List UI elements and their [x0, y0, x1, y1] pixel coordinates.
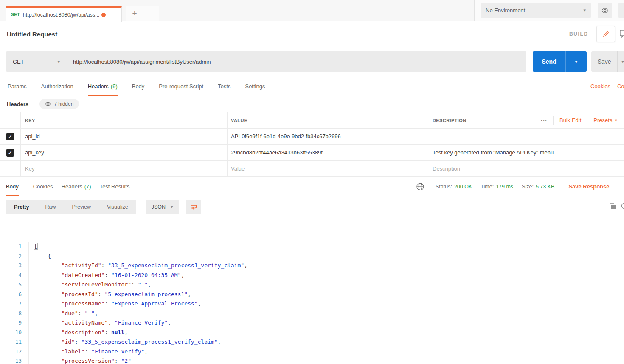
response-header: Body Cookies Headers(7) Test Results Sta… — [0, 177, 624, 196]
code-line: 9 "activityName": "Finance Verify", — [0, 318, 624, 328]
environment-settings-button[interactable] — [618, 3, 624, 18]
response-tab-cookies[interactable]: Cookies — [33, 177, 53, 196]
format-selected-label: JSON — [152, 204, 166, 210]
request-tab[interactable]: GET http://localhost:8080/jw/api/ass... — [6, 6, 122, 22]
chevron-down-icon: ▾ — [621, 59, 624, 64]
tab-body[interactable]: Body — [132, 76, 145, 96]
tab-strip: GET http://localhost:8080/jw/api/ass... … — [0, 0, 624, 21]
search-icon — [621, 202, 624, 211]
tab-headers[interactable]: Headers(9) — [88, 76, 118, 96]
code-text: "processVersion": "2" — [29, 356, 131, 364]
eye-icon — [45, 101, 51, 107]
view-pretty[interactable]: Pretty — [6, 200, 37, 214]
header-key-cell[interactable]: api_id — [20, 129, 227, 144]
edit-request-button[interactable] — [596, 26, 615, 42]
save-response-button[interactable]: Save Response — [568, 183, 609, 190]
header-description-cell[interactable]: Test key generated from "Manage API Key"… — [429, 145, 624, 160]
value-placeholder[interactable]: Value — [227, 161, 429, 176]
header-value-cell[interactable]: 29bcbd8b2bf44ae6a3413b63ff55389f — [227, 145, 429, 160]
search-button[interactable] — [621, 202, 624, 211]
copy-button[interactable] — [608, 202, 617, 211]
view-raw[interactable]: Raw — [37, 200, 64, 214]
url-input[interactable]: http://localhost:8080/jw/api/assignment/… — [66, 59, 211, 65]
description-placeholder[interactable]: Description — [429, 161, 624, 176]
code-text: "dateCreated": "16-01-2020 04:35 AM", — [29, 271, 184, 280]
view-preview[interactable]: Preview — [64, 200, 98, 214]
tab-authorization[interactable]: Authorization — [41, 76, 73, 96]
save-options-button[interactable]: ▾ — [617, 51, 624, 72]
response-tab-body[interactable]: Body — [6, 177, 19, 196]
code-text: { — [29, 252, 51, 261]
build-label: BUILD — [569, 31, 588, 37]
copy-icon — [608, 202, 617, 211]
request-title: Untitled Request — [7, 31, 57, 38]
line-number: 2 — [0, 252, 29, 261]
save-button[interactable]: Save — [591, 51, 617, 72]
table-row: ✓ api_id API-0f6e9f1f-6e1d-4e9e-9bd2-fb3… — [0, 129, 624, 145]
response-tab-test-results[interactable]: Test Results — [100, 177, 130, 196]
tab-tests[interactable]: Tests — [218, 76, 230, 96]
chevron-down-icon: ▾ — [583, 8, 586, 13]
tab-settings[interactable]: Settings — [245, 76, 265, 96]
send-options-button[interactable]: ▾ — [565, 51, 587, 72]
code-line: 7 "processName": "Expense Approval Proce… — [0, 299, 624, 309]
url-bar-row: GET ▾ http://localhost:8080/jw/api/assig… — [0, 47, 624, 76]
environment-selected-label: No Environment — [486, 7, 525, 14]
headers-table: KEY VALUE DESCRIPTION ••• Bulk Edit Pres… — [0, 112, 624, 177]
status-value: 200 OK — [454, 184, 472, 190]
key-placeholder[interactable]: Key — [20, 161, 227, 176]
code-line: 2 { — [0, 252, 624, 261]
wrap-lines-button[interactable] — [186, 200, 201, 214]
response-body-viewer[interactable]: 1[2 {3 "activityId": "33_5_expenseclaim_… — [0, 218, 624, 364]
view-mode-switch: Pretty Raw Preview Visualize — [6, 200, 136, 214]
headers-editor-title: Headers — [7, 101, 28, 107]
code-line: 10 "description": null, — [0, 328, 624, 338]
header-description-cell[interactable] — [429, 129, 624, 144]
code-link[interactable]: Code — [617, 83, 624, 90]
hidden-headers-toggle[interactable]: 7 hidden — [39, 99, 79, 109]
code-text: "description": null, — [29, 328, 128, 338]
tab-options-button[interactable]: ••• — [143, 6, 159, 21]
presets-link[interactable]: Presets — [587, 117, 618, 123]
code-line: 5 "serviceLevelMonitor": "-", — [0, 280, 624, 290]
table-header-row: KEY VALUE DESCRIPTION ••• Bulk Edit Pres… — [0, 112, 624, 129]
code-text: "id": "33_5_expenseclaim_process1_verify… — [29, 337, 221, 347]
send-button-group: Send ▾ — [533, 51, 587, 72]
column-value: VALUE — [227, 112, 429, 128]
send-button[interactable]: Send — [533, 51, 565, 72]
tab-actions: + ••• — [126, 6, 159, 21]
tab-params[interactable]: Params — [8, 76, 27, 96]
environment-quick-look-button[interactable] — [598, 3, 612, 18]
line-number: 3 — [0, 261, 29, 271]
chevron-down-icon: ▾ — [171, 204, 173, 210]
network-button[interactable] — [416, 182, 424, 191]
header-value-cell[interactable]: API-0f6e9f1f-6e1d-4e9e-9bd2-fb34c67b2696 — [227, 129, 429, 144]
line-number: 1 — [0, 242, 29, 252]
response-meta: Status: 200 OK Time: 179 ms Size: 5.73 K… — [416, 177, 610, 196]
table-row-empty: Key Value Description — [0, 161, 624, 177]
tab-pre-request-script[interactable]: Pre-request Script — [159, 76, 203, 96]
line-number: 6 — [0, 290, 29, 300]
view-visualize[interactable]: Visualize — [99, 200, 136, 214]
more-options-icon[interactable]: ••• — [535, 118, 553, 123]
code-line: 6 "processId": "5_expenseclaim_process1"… — [0, 290, 624, 300]
comment-button[interactable] — [619, 29, 624, 39]
new-tab-button[interactable]: + — [126, 6, 143, 21]
cookies-link[interactable]: Cookies — [590, 83, 610, 90]
environment-selector[interactable]: No Environment ▾ — [481, 3, 591, 18]
code-line: 1[ — [0, 242, 624, 252]
format-selector[interactable]: JSON ▾ — [146, 200, 179, 214]
method-selector[interactable]: GET ▾ — [6, 51, 66, 72]
bulk-edit-link[interactable]: Bulk Edit — [554, 117, 587, 123]
row-checkbox[interactable]: ✓ — [6, 149, 14, 157]
environment-panel: No Environment ▾ — [474, 0, 624, 21]
response-tab-headers[interactable]: Headers(7) — [62, 177, 91, 196]
method-selected-label: GET — [13, 59, 24, 65]
row-checkbox[interactable]: ✓ — [6, 133, 14, 140]
code-text: "activityName": "Finance Verify", — [29, 318, 171, 328]
code-text: "due": "-", — [29, 309, 98, 319]
column-key: KEY — [20, 112, 227, 128]
code-text: "label": "Finance Verify", — [29, 347, 148, 357]
header-key-cell[interactable]: api_key — [20, 145, 227, 160]
code-text: "activityId": "33_5_expenseclaim_process… — [29, 261, 247, 271]
